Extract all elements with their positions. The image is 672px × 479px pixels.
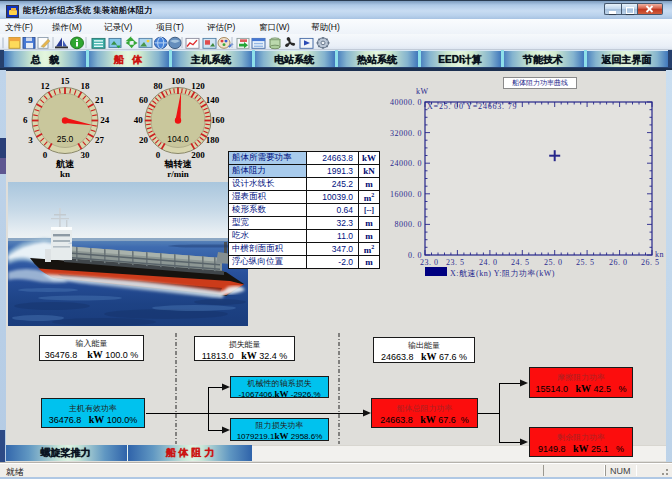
svg-text:9: 9 xyxy=(28,95,33,105)
svg-text:21: 21 xyxy=(95,95,105,105)
svg-text:40: 40 xyxy=(134,115,144,125)
svg-text:140: 140 xyxy=(206,95,220,105)
svg-text:24: 24 xyxy=(100,115,110,125)
svg-text:80: 80 xyxy=(154,81,164,91)
svg-text:120: 120 xyxy=(191,81,205,91)
svg-text:180: 180 xyxy=(206,135,220,145)
svg-text:60: 60 xyxy=(139,95,149,105)
svg-text:18: 18 xyxy=(80,81,90,91)
svg-text:27: 27 xyxy=(95,135,105,145)
svg-text:160: 160 xyxy=(211,115,225,125)
svg-text:100: 100 xyxy=(171,76,185,86)
svg-text:3: 3 xyxy=(28,135,33,145)
svg-text:6: 6 xyxy=(23,115,28,125)
svg-text:12: 12 xyxy=(41,81,51,91)
svg-text:15: 15 xyxy=(61,76,71,86)
svg-text:20: 20 xyxy=(139,135,149,145)
